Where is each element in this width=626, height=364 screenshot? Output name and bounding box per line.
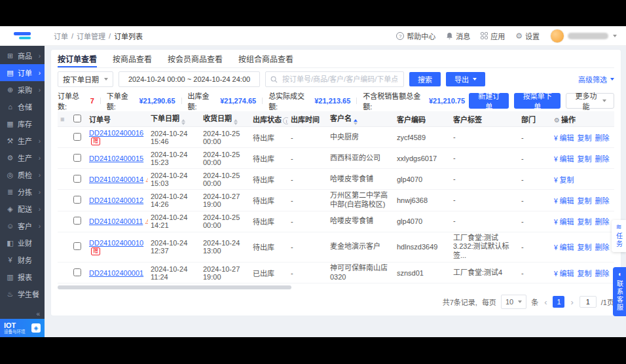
tab-by-member-goods[interactable]: 按会员商品查看 — [168, 50, 223, 67]
per-page-select[interactable]: 10 — [501, 295, 526, 309]
row-checkbox[interactable] — [73, 217, 81, 225]
chevron-down-icon — [610, 78, 614, 81]
cell-status: 待出库 — [250, 190, 288, 211]
sidebar-item-reports[interactable]: ▥报表 — [0, 268, 45, 285]
order-number-link[interactable]: DD24102400014 — [89, 175, 143, 183]
page-jump-input[interactable] — [580, 296, 597, 308]
tab-by-combo-goods[interactable]: 按组合商品查看 — [238, 50, 293, 67]
edit-link[interactable]: 编辑 — [560, 218, 574, 226]
sidebar-item-warehouse[interactable]: ⌂仓储 — [0, 98, 45, 115]
sidebar-item-delivery[interactable]: ◈配送› — [0, 200, 45, 217]
edit-link[interactable]: 编辑 — [560, 134, 574, 142]
horizontal-scrollbar[interactable] — [58, 285, 614, 289]
delete-link[interactable]: 删除 — [595, 155, 610, 163]
col-order-date[interactable]: 下单日期 — [148, 111, 200, 127]
row-checkbox[interactable] — [73, 154, 81, 162]
pagination: 共7条记录, 每页 10 条 ‹ 1 › /1页 — [58, 291, 614, 313]
sidebar-collapse-button[interactable]: « — [0, 310, 45, 319]
column-settings-icon[interactable]: ⚙ — [554, 117, 560, 124]
edit-link[interactable]: 编辑 — [560, 197, 574, 205]
order-number-link[interactable]: DD24102400011 — [89, 217, 143, 225]
payment-icon[interactable]: ¥ — [554, 219, 558, 226]
copy-link[interactable]: 复制 — [578, 134, 592, 142]
col-receive-date[interactable]: 收货日期 — [200, 111, 250, 127]
sidebar-item-finance[interactable]: ¥财务 — [0, 251, 45, 268]
order-number-link[interactable]: DD24102400016 — [89, 129, 143, 137]
row-checkbox[interactable] — [73, 242, 81, 250]
copy-link[interactable]: 复制 — [578, 218, 592, 226]
order-by-menu-button[interactable]: 按菜单下单 — [514, 93, 561, 109]
help-center-button[interactable]: ? 帮助中心 — [396, 31, 435, 41]
scrollbar-thumb[interactable] — [58, 285, 291, 289]
info-icon[interactable]: i — [283, 117, 288, 124]
payment-icon[interactable]: ¥ — [554, 198, 558, 205]
cell-order-date: 2024-10-24 12:37 — [148, 232, 200, 262]
iot-logo-block[interactable]: IOT 设备与环境 ◈ — [0, 319, 45, 337]
prev-page-button[interactable]: ‹ — [543, 297, 548, 307]
sidebar-item-customers[interactable]: ☺客户› — [0, 217, 45, 234]
delete-link[interactable]: 删除 — [595, 218, 610, 226]
order-number-link[interactable]: DD24102400015 — [89, 155, 143, 162]
col-customer-name[interactable]: 客户名 — [327, 111, 394, 127]
sidebar-item-inventory[interactable]: ▦库存 — [0, 115, 45, 132]
page-1-button[interactable]: 1 — [553, 296, 564, 308]
delete-link[interactable]: 删除 — [595, 134, 610, 142]
copy-link[interactable]: 复制 — [578, 244, 592, 251]
delete-link[interactable]: 删除 — [595, 270, 610, 278]
expand-all-header[interactable]: ≡ — [58, 111, 71, 127]
sidebar-item-production-2[interactable]: ⚙生产› — [0, 149, 45, 166]
copy-link[interactable]: 复制 — [578, 197, 592, 205]
select-all-checkbox[interactable] — [73, 115, 81, 122]
row-checkbox[interactable] — [73, 133, 81, 141]
new-order-button[interactable]: 新建订单 — [469, 93, 509, 109]
edit-link[interactable]: 编辑 — [560, 155, 574, 163]
payment-icon[interactable]: ¥ — [554, 244, 558, 251]
sidebar-item-sorting[interactable]: ≣分拣› — [0, 183, 45, 200]
copy-link[interactable]: 复制 — [578, 270, 592, 278]
order-number-link[interactable]: DD24102400010 — [89, 239, 143, 247]
sidebar-item-goods[interactable]: ⊞商品› — [0, 47, 45, 64]
edit-link[interactable]: 编辑 — [560, 244, 574, 251]
sidebar-item-orders[interactable]: ▤订单› — [0, 64, 45, 81]
row-checkbox[interactable] — [73, 175, 81, 183]
row-checkbox[interactable] — [73, 268, 81, 276]
sidebar-item-quality[interactable]: ◎质检› — [0, 166, 45, 183]
user-menu[interactable] — [550, 29, 617, 43]
search-button[interactable]: 搜索 — [409, 72, 441, 86]
payment-icon[interactable]: ¥ — [554, 177, 558, 184]
more-functions-button[interactable]: 更多功能 — [566, 93, 614, 109]
copy-link[interactable]: 复制 — [560, 176, 574, 184]
row-checkbox[interactable] — [73, 196, 81, 204]
date-field-select[interactable]: 按下单日期 — [58, 71, 113, 87]
select-all-header[interactable] — [71, 111, 86, 127]
payment-icon[interactable]: ¥ — [554, 156, 558, 163]
payment-icon[interactable]: ¥ — [554, 135, 558, 142]
edit-link[interactable]: 编辑 — [560, 270, 574, 278]
delete-link[interactable]: 删除 — [595, 244, 610, 251]
date-range-input[interactable]: 2024-10-24 00:00 ~ 2024-10-24 24:00 — [119, 71, 260, 87]
order-number-link[interactable]: DD24102400001 — [89, 269, 143, 277]
sidebar-item-student-meals[interactable]: ♨学生餐 — [0, 285, 45, 302]
search-input[interactable] — [281, 75, 399, 84]
advanced-filter-button[interactable]: 高级筛选 — [578, 74, 614, 84]
settings-button[interactable]: ⚙ 设置 — [515, 31, 540, 41]
tab-by-order[interactable]: 按订单查看 — [58, 50, 97, 67]
orders-table: ≡ 订单号 下单日期 收货日期 出库状态i 出库时间 客户名 客户编码 客户标签… — [58, 111, 614, 283]
next-page-button[interactable]: › — [569, 297, 574, 307]
delete-link[interactable]: 删除 — [595, 197, 610, 205]
sidebar-item-business-finance[interactable]: ◧业财 — [0, 234, 45, 251]
sidebar-item-purchase[interactable]: ⊕采购› — [0, 81, 45, 98]
order-number-link[interactable]: DD24102400012 — [89, 196, 143, 204]
sidebar-item-production-1[interactable]: ⚒生产› — [0, 132, 45, 149]
tab-by-goods[interactable]: 按商品查看 — [113, 50, 152, 67]
copy-link[interactable]: 复制 — [578, 155, 592, 163]
export-button[interactable]: 导出 — [446, 72, 485, 86]
apps-button[interactable]: 应用 — [481, 31, 505, 41]
messages-button[interactable]: 消息 — [446, 31, 470, 41]
payment-icon[interactable]: ¥ — [554, 270, 558, 278]
task-panel-button[interactable]: ≋ 任务 — [612, 220, 626, 252]
breadcrumb-level-1[interactable]: 订单 — [54, 31, 68, 41]
notax-amount-value: ¥21,210.75 — [429, 97, 465, 105]
breadcrumb-level-2[interactable]: 订单管理 — [77, 31, 105, 41]
customer-service-button[interactable]: ◖ 联系客服 — [613, 267, 626, 316]
